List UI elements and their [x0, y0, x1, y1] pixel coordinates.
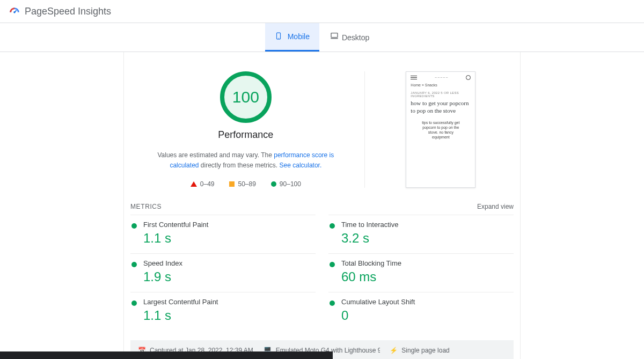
- tab-desktop[interactable]: Desktop: [319, 23, 379, 52]
- status-dot-icon: [330, 262, 335, 267]
- metric-cls: Cumulative Layout Shift0: [328, 292, 514, 331]
- performance-score: 100: [232, 88, 259, 106]
- metric-lcp: Largest Contentful Paint1.1 s: [130, 292, 316, 331]
- see-calculator-link[interactable]: See calculator.: [280, 162, 322, 169]
- env-single-load: ⚡Single page load: [390, 347, 506, 354]
- tab-mobile-label: Mobile: [288, 32, 310, 41]
- mobile-icon: [275, 31, 283, 42]
- score-scale: 0–49 50–89 90–100: [130, 180, 361, 188]
- report-container: 100 Performance Values are estimated and…: [123, 52, 521, 359]
- performance-gauge: 100: [220, 71, 272, 123]
- bottom-bar: [0, 351, 333, 359]
- status-dot-icon: [330, 223, 335, 229]
- tab-mobile[interactable]: Mobile: [265, 23, 319, 52]
- metrics-grid: First Contentful Paint1.1 s Speed Index1…: [124, 215, 520, 331]
- hamburger-icon: [411, 76, 417, 79]
- metrics-header: METRICS Expand view: [124, 193, 520, 215]
- preview-site-logo: ~~~~~: [417, 76, 466, 79]
- status-dot-icon: [131, 223, 137, 229]
- svg-line-1: [14, 10, 17, 12]
- preview-meta: JANUARY 6, 2022 5 OR LESS INGREDIENTS: [411, 91, 471, 98]
- bolt-icon: ⚡: [390, 347, 397, 354]
- square-icon: [229, 181, 235, 187]
- performance-description: Values are estimated and may vary. The p…: [155, 150, 337, 171]
- device-tabs: Mobile Desktop: [0, 23, 644, 52]
- expand-view-toggle[interactable]: Expand view: [477, 203, 514, 210]
- circle-icon: [271, 181, 276, 187]
- preview-breadcrumb: Home » Snacks: [411, 83, 471, 87]
- status-dot-icon: [131, 262, 137, 267]
- svg-point-3: [278, 38, 279, 39]
- metrics-heading: METRICS: [130, 203, 162, 210]
- metric-tbt: Total Blocking Time60 ms: [328, 253, 514, 292]
- tab-desktop-label: Desktop: [342, 33, 369, 42]
- metric-fcp: First Contentful Paint1.1 s: [130, 215, 316, 253]
- status-dot-icon: [330, 301, 335, 306]
- triangle-icon: [191, 181, 197, 187]
- divider: [364, 71, 365, 188]
- page-screenshot-preview: ~~~~~ Home » Snacks JANUARY 6, 2022 5 OR…: [406, 71, 475, 188]
- pagespeed-logo-icon: [9, 5, 20, 17]
- performance-label: Performance: [130, 129, 361, 141]
- svg-rect-4: [331, 33, 338, 37]
- search-icon: [466, 75, 471, 80]
- desktop-icon: [329, 32, 338, 43]
- gauge-section: 100 Performance Values are estimated and…: [124, 52, 520, 193]
- preview-subtitle: tips to successfully get popcorn to pop …: [411, 120, 471, 140]
- app-header: PageSpeed Insights: [0, 0, 644, 23]
- preview-title: how to get your popcorn to pop on the st…: [411, 100, 471, 115]
- status-dot-icon: [131, 301, 137, 306]
- metric-si: Speed Index1.9 s: [130, 253, 316, 292]
- metric-tti: Time to Interactive3.2 s: [328, 215, 514, 253]
- app-title: PageSpeed Insights: [25, 6, 111, 17]
